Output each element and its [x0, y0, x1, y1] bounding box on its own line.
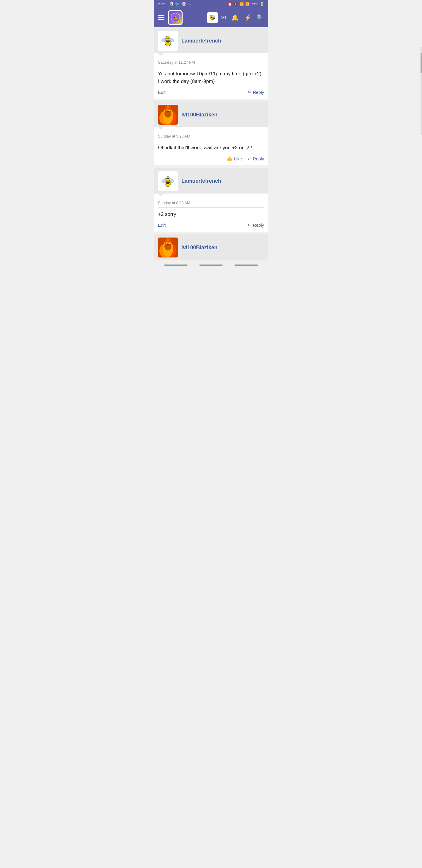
triangle-3	[154, 193, 268, 198]
scrollbar-2	[199, 265, 223, 266]
bolt-icon[interactable]: ⚡	[244, 14, 252, 21]
search-icon[interactable]: 🔍	[257, 14, 264, 21]
alarm-icon: ⏰	[228, 2, 232, 6]
username-3[interactable]: Lamuertefrench	[182, 178, 221, 184]
hamburger-menu[interactable]	[158, 15, 164, 20]
actions-right-2: 👍 Like ↩ Reply	[226, 156, 264, 162]
reply-button-2[interactable]: ↩ Reply	[247, 156, 264, 162]
message-actions-2: 👍 Like ↩ Reply	[158, 156, 264, 162]
timestamp-1: Saturday at 11:27 PM	[158, 60, 264, 67]
message-block-3: Lamuertefrench Sunday at 8:33 AM +2 sorr…	[154, 168, 268, 232]
message-actions-1: Edit ↩ Reply	[158, 89, 264, 95]
bottom-scrollbars	[154, 262, 268, 268]
message-body-1: Saturday at 11:27 PM Yes but tomorow 10p…	[154, 57, 268, 99]
message-block-4: lvl100Blaziken	[154, 234, 268, 260]
svg-rect-4	[166, 41, 170, 42]
status-bar: 21:53 🖼 🐦 👻 ··· ⏰ 🔇 📶 📶 73% 🔋	[154, 0, 268, 8]
message-body-2: Sunday at 5:28 AM Oh idk if that'll work…	[154, 131, 268, 165]
svg-point-9	[166, 37, 168, 39]
reply-button-3[interactable]: ↩ Reply	[247, 222, 264, 228]
reply-icon-2: ↩	[247, 156, 252, 162]
avatar-1	[158, 31, 178, 51]
timestamp-3: Sunday at 8:33 AM	[158, 200, 264, 208]
like-button-2[interactable]: 👍 Like	[226, 156, 242, 162]
message-actions-3: Edit ↩ Reply	[158, 222, 264, 228]
svg-point-24	[169, 110, 169, 111]
svg-point-33	[166, 178, 168, 179]
edit-button-1[interactable]: Edit	[158, 90, 166, 95]
reply-icon-3: ↩	[247, 222, 252, 228]
battery-percent: 73%	[251, 2, 258, 6]
username-1[interactable]: Lamuertefrench	[182, 38, 221, 44]
svg-point-47	[166, 243, 167, 243]
message-text-2: Oh idk if that'll work, wait are you +2 …	[158, 144, 264, 152]
svg-rect-5	[166, 42, 169, 43]
triangle-1	[154, 53, 268, 57]
reply-icon-1: ↩	[247, 89, 252, 95]
avatar-2	[158, 105, 178, 125]
twitter-icon: 🐦	[175, 2, 180, 6]
actions-right-3: ↩ Reply	[247, 222, 264, 228]
more-icon: ···	[188, 2, 191, 6]
logo-inner: 🐝	[169, 11, 182, 24]
user-header-3: Lamuertefrench	[154, 168, 268, 193]
svg-rect-29	[166, 183, 169, 184]
user-header-4: lvl100Blaziken	[154, 234, 268, 260]
status-left: 21:53 🖼 🐦 👻 ···	[158, 2, 191, 6]
wifi-icon: 📶	[239, 2, 244, 6]
bee-avatar-svg-2	[159, 173, 177, 190]
status-right: ⏰ 🔇 📶 📶 73% 🔋	[228, 2, 264, 6]
svg-point-8	[166, 36, 170, 41]
fire-avatar-svg-2	[158, 238, 178, 257]
scrollbar-3	[234, 265, 258, 266]
content: Lamuertefrench Saturday at 11:27 PM Yes …	[154, 27, 268, 268]
username-4[interactable]: lvl100Blaziken	[182, 245, 218, 251]
edit-button-3[interactable]: Edit	[158, 223, 166, 227]
message-text-1: Yes but tomorow 10pm/11pm my time (gtm +…	[158, 70, 264, 85]
message-block-2: lvl100Blaziken Sunday at 5:28 AM Oh idk …	[154, 101, 268, 165]
mute-icon: 🔇	[234, 2, 238, 6]
username-2[interactable]: lvl100Blaziken	[182, 112, 218, 118]
bee-icon-button[interactable]: 🐝	[207, 12, 218, 23]
avatar-4	[158, 238, 178, 257]
svg-point-32	[166, 177, 170, 181]
svg-point-34	[168, 178, 169, 179]
snapchat-icon: 👻	[182, 2, 186, 6]
reply-button-1[interactable]: ↩ Reply	[247, 89, 264, 95]
message-block-1: Lamuertefrench Saturday at 11:27 PM Yes …	[154, 27, 268, 99]
site-logo[interactable]: 🐝	[168, 10, 183, 25]
svg-point-23	[166, 110, 167, 111]
avatar-3	[158, 171, 178, 191]
like-icon-2: 👍	[226, 156, 232, 162]
triangle-2	[154, 127, 268, 131]
svg-point-48	[169, 243, 169, 243]
bell-icon[interactable]: 🔔	[231, 14, 239, 21]
mail-icon[interactable]: ✉	[221, 14, 226, 21]
bee-avatar-svg	[159, 32, 177, 50]
user-header-2: lvl100Blaziken	[154, 101, 268, 127]
scrollbar-1	[164, 265, 188, 266]
user-header-1: Lamuertefrench	[154, 27, 268, 53]
svg-rect-28	[166, 182, 170, 183]
message-body-3: Sunday at 8:33 AM +2 sorry Edit ↩ Reply	[154, 198, 268, 232]
actions-right-1: ↩ Reply	[247, 89, 264, 95]
nav-bar: 🐝 🐝 ✉ 🔔 ⚡ 🔍	[154, 8, 268, 27]
logo-svg: 🐝	[170, 12, 181, 23]
svg-text:🐝: 🐝	[173, 15, 178, 20]
nav-icons: ✉ 🔔 ⚡ 🔍	[221, 14, 264, 21]
time: 21:53	[158, 2, 168, 6]
signal-icon: 📶	[245, 2, 250, 6]
gallery-icon: 🖼	[169, 2, 173, 6]
svg-point-10	[168, 37, 169, 39]
fire-avatar-svg	[158, 105, 178, 125]
message-text-3: +2 sorry	[158, 211, 264, 218]
battery-icon: 🔋	[260, 2, 264, 6]
timestamp-2: Sunday at 5:28 AM	[158, 134, 264, 141]
